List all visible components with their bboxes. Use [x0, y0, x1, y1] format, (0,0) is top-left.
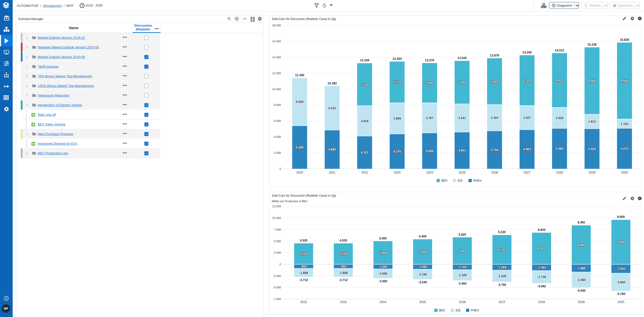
svg-text:2028: 2028 [556, 171, 563, 174]
svg-text:1.812: 1.812 [588, 120, 596, 123]
svg-text:4.101: 4.101 [361, 151, 368, 154]
svg-text:0: 0 [280, 167, 281, 170]
svg-text:10.000: 10.000 [272, 88, 281, 91]
svg-text:-3.792: -3.792 [498, 283, 506, 287]
svg-text:5.820: 5.820 [458, 249, 466, 253]
svg-text:-3.840: -3.840 [617, 281, 625, 284]
svg-text:7.500: 7.500 [274, 228, 281, 231]
svg-text:2025: 2025 [419, 300, 426, 304]
svg-text:4.520: 4.520 [340, 239, 347, 242]
svg-text:5.400: 5.400 [419, 235, 426, 238]
svg-text:8.400: 8.400 [577, 221, 585, 224]
svg-text:2022: 2022 [361, 171, 368, 174]
svg-text:3.302: 3.302 [491, 116, 498, 120]
svg-text:2029: 2029 [589, 171, 595, 174]
svg-text:-3.240: -3.240 [418, 281, 427, 284]
svg-text:5.522: 5.522 [328, 106, 336, 110]
svg-text:5.820: 5.820 [491, 80, 498, 83]
svg-text:15.836: 15.836 [620, 38, 629, 42]
svg-text:-2.328: -2.328 [458, 273, 466, 277]
svg-text:-1.808: -1.808 [339, 271, 348, 275]
svg-text:3.909: 3.909 [393, 117, 401, 120]
svg-text:-2.728: -2.728 [537, 275, 546, 279]
svg-text:0: 0 [280, 263, 281, 266]
svg-text:4.520: 4.520 [300, 239, 307, 242]
svg-text:ICE: ICE [458, 179, 463, 182]
svg-text:2027: 2027 [524, 171, 531, 174]
svg-text:5.073: 5.073 [621, 147, 628, 151]
svg-text:18.000: 18.000 [272, 24, 281, 27]
svg-text:4.504: 4.504 [426, 149, 433, 153]
svg-text:2.000: 2.000 [274, 151, 281, 154]
svg-text:Effekt von Production of BEV: Effekt von Production of BEV [272, 200, 308, 203]
svg-text:-3.000: -3.000 [379, 279, 387, 283]
svg-text:14.000: 14.000 [272, 56, 281, 59]
svg-text:5.000: 5.000 [426, 81, 433, 85]
svg-text:6.000: 6.000 [274, 119, 281, 122]
svg-text:2.628: 2.628 [556, 116, 563, 120]
svg-text:14.512: 14.512 [555, 49, 564, 52]
svg-text:-1.680: -1.680 [577, 267, 586, 270]
svg-text:13.270: 13.270 [425, 59, 434, 62]
svg-text:16.000: 16.000 [272, 40, 281, 43]
svg-text:-904: -904 [301, 265, 307, 268]
svg-text:4.520: 4.520 [340, 252, 347, 256]
svg-text:4.520: 4.520 [300, 252, 307, 256]
svg-text:12.000: 12.000 [272, 72, 281, 75]
svg-text:5.400: 5.400 [419, 250, 426, 254]
svg-text:-2.160: -2.160 [418, 273, 427, 276]
svg-text:-7.500: -7.500 [273, 297, 281, 301]
svg-text:10.000: 10.000 [272, 216, 281, 219]
svg-text:ICE: ICE [456, 309, 461, 312]
svg-text:-5.000: -5.000 [273, 286, 281, 289]
svg-text:12.500: 12.500 [272, 205, 281, 208]
svg-text:5.000: 5.000 [379, 251, 387, 255]
svg-text:-1.364: -1.364 [537, 266, 546, 269]
svg-text:9.600: 9.600 [617, 240, 625, 244]
svg-text:4.375: 4.375 [393, 150, 401, 153]
svg-text:2025: 2025 [459, 171, 465, 174]
svg-text:5.400: 5.400 [296, 146, 303, 149]
svg-text:6.320: 6.320 [498, 248, 506, 252]
svg-text:5.024: 5.024 [588, 147, 596, 151]
svg-text:-2.528: -2.528 [498, 274, 506, 278]
svg-text:-5.760: -5.760 [617, 292, 625, 296]
svg-text:2026: 2026 [459, 300, 466, 304]
svg-text:-1.920: -1.920 [617, 267, 625, 271]
svg-text:9.600: 9.600 [617, 215, 625, 219]
svg-text:BEV: BEV [439, 309, 445, 312]
svg-text:PHEV: PHEV [471, 309, 479, 312]
svg-text:3.767: 3.767 [426, 116, 433, 120]
svg-text:-3.360: -3.360 [577, 278, 586, 282]
svg-text:8.000: 8.000 [274, 103, 281, 106]
svg-text:2028: 2028 [538, 300, 545, 304]
svg-text:6.820: 6.820 [556, 79, 563, 82]
svg-text:-4.092: -4.092 [537, 285, 546, 288]
svg-text:2020: 2020 [296, 171, 303, 174]
svg-text:13.876: 13.876 [490, 54, 499, 57]
svg-text:6.320: 6.320 [498, 230, 506, 234]
svg-text:1.163: 1.163 [621, 122, 628, 126]
svg-text:8.400: 8.400 [588, 79, 596, 83]
svg-text:2029: 2029 [578, 300, 585, 304]
svg-text:3.818: 3.818 [361, 119, 368, 123]
svg-text:8.400: 8.400 [577, 243, 585, 247]
svg-text:4.903: 4.903 [523, 147, 531, 151]
svg-text:Sold Cars für Discussion (Real: Sold Cars für Discussion (Realistic Case… [272, 17, 336, 21]
svg-text:5.000: 5.000 [274, 240, 281, 243]
svg-text:4.860: 4.860 [328, 148, 336, 151]
svg-text:3.541: 3.541 [458, 116, 466, 120]
svg-text:BEV: BEV [441, 179, 447, 182]
svg-text:-1.264: -1.264 [498, 266, 506, 269]
svg-text:13.249: 13.249 [360, 59, 369, 62]
svg-text:2023: 2023 [340, 300, 347, 304]
svg-text:-2.500: -2.500 [273, 274, 281, 277]
svg-text:6.320: 6.320 [523, 79, 531, 82]
svg-text:2030: 2030 [621, 171, 628, 174]
svg-text:5.065: 5.065 [556, 147, 563, 151]
svg-text:-1.080: -1.080 [418, 265, 427, 269]
svg-text:2023: 2023 [394, 171, 401, 174]
svg-text:10.382: 10.382 [327, 82, 337, 85]
svg-text:5.400: 5.400 [458, 81, 466, 84]
svg-text:2021: 2021 [329, 171, 336, 174]
